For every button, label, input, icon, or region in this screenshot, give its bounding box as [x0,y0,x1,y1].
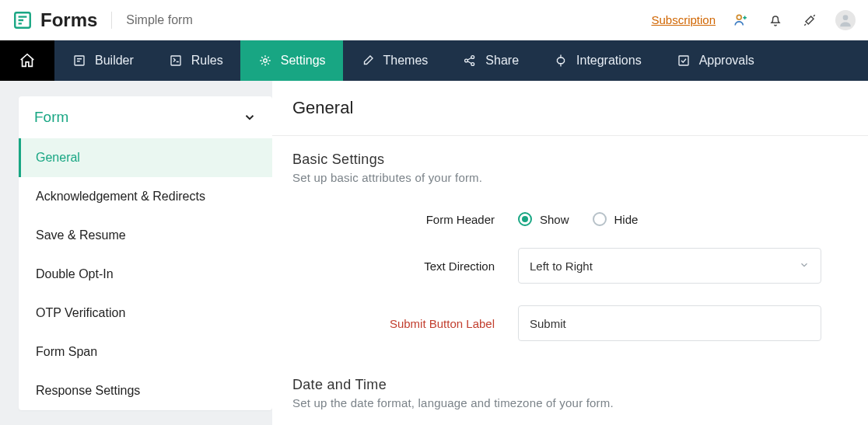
field-label: Submit Button Label [292,317,518,330]
field-label: Form Header [292,213,518,226]
bell-icon[interactable] [767,12,784,29]
share-icon [462,53,478,68]
sidebar-card: Form General Acknowledgement & Redirects… [19,96,272,410]
nav-label: Rules [191,54,223,68]
nav-rules[interactable]: Rules [151,40,240,81]
section-basic: Basic Settings Set up basic attributes o… [292,152,848,341]
radio-icon [593,212,607,226]
text-direction-select[interactable]: Left to Right [518,248,821,284]
sidebar-item-label: Double Opt-In [36,267,114,280]
content-panel: General Basic Settings Set up basic attr… [272,81,868,425]
nav-share[interactable]: Share [445,40,536,81]
submit-button-label-input[interactable] [518,305,821,341]
field-form-header: Form Header Show Hide [292,212,848,226]
avatar[interactable] [835,10,856,30]
approvals-icon [676,53,691,68]
sidebar-item-response-settings[interactable]: Response Settings [19,371,272,410]
integrations-icon [553,53,569,68]
subscription-link[interactable]: Subscription [651,13,716,26]
sidebar-item-save-resume[interactable]: Save & Resume [19,216,272,255]
nav-label: Integrations [576,54,642,68]
tools-icon[interactable] [801,12,818,29]
nav-settings[interactable]: Settings [240,40,343,81]
forms-logo-icon [12,10,33,30]
sidebar-item-label: General [36,151,80,164]
svg-point-1 [737,15,741,19]
sidebar-item-label: Acknowledgement & Redirects [36,190,205,203]
section-subtitle: Set up basic attributes of your form. [292,171,848,184]
divider [272,135,868,136]
settings-sidebar: Form General Acknowledgement & Redirects… [0,81,272,425]
settings-icon [257,53,273,68]
nav-label: Share [485,54,519,68]
nav-builder[interactable]: Builder [54,40,151,81]
svg-rect-4 [171,56,180,65]
svg-point-5 [263,59,267,63]
section-datetime: Date and Time Set up the date format, la… [292,377,848,409]
sidebar-item-label: Form Span [36,345,97,358]
nav-home[interactable] [0,40,54,81]
builder-icon [72,53,87,68]
section-title: Date and Time [292,377,848,393]
nav-label: Themes [383,54,429,68]
sidebar-item-general[interactable]: General [19,138,272,177]
sidebar-item-form-span[interactable]: Form Span [19,333,272,371]
svg-point-2 [843,15,849,20]
radio-hide[interactable]: Hide [593,212,639,226]
svg-rect-9 [679,56,688,65]
chevron-down-icon [243,110,257,124]
sidebar-item-acknowledgement[interactable]: Acknowledgement & Redirects [19,177,272,216]
chevron-down-icon [799,260,810,273]
top-bar: Forms Simple form Subscription [0,0,868,40]
form-title: Simple form [126,13,192,27]
sidebar-item-double-opt-in[interactable]: Double Opt-In [19,255,272,294]
topbar-right: Subscription [651,10,856,30]
nav-themes[interactable]: Themes [343,40,446,81]
themes-icon [360,53,376,68]
radio-icon [518,212,532,226]
radio-label: Show [540,213,569,226]
separator [111,12,112,29]
section-title: Basic Settings [292,152,848,168]
sidebar-item-otp[interactable]: OTP Verification [19,294,272,333]
nav-label: Settings [281,54,326,68]
field-label: Text Direction [292,260,518,273]
nav-integrations[interactable]: Integrations [536,40,659,81]
radio-label: Hide [614,213,639,226]
sidebar-group-header[interactable]: Form [19,96,272,138]
section-subtitle: Set up the date format, language and tim… [292,396,848,409]
select-value: Left to Right [530,260,593,273]
field-submit-button-label: Submit Button Label [292,305,848,341]
user-plus-icon[interactable] [733,12,750,29]
page-title: General [292,98,848,118]
nav-approvals[interactable]: Approvals [659,40,772,81]
field-text-direction: Text Direction Left to Right [292,248,848,284]
nav-label: Builder [95,54,134,68]
svg-rect-3 [75,56,84,65]
sidebar-item-label: Response Settings [36,384,140,397]
nav-label: Approvals [699,54,754,68]
sidebar-item-label: OTP Verification [36,306,125,319]
form-header-radio-group: Show Hide [518,212,821,226]
rules-icon [168,53,184,68]
brand: Forms [12,9,97,31]
brand-name: Forms [40,9,97,31]
main-area: Form General Acknowledgement & Redirects… [0,81,868,425]
radio-show[interactable]: Show [518,212,569,226]
sidebar-group-title: Form [34,109,68,126]
main-nav: Builder Rules Settings Themes Share Inte… [0,40,868,81]
sidebar-item-label: Save & Resume [36,228,126,242]
